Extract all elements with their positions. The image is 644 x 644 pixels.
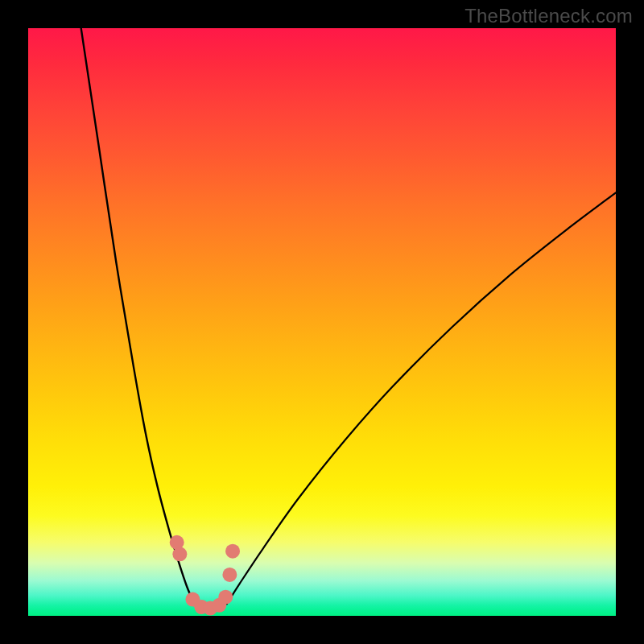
left-branch-curve xyxy=(81,28,195,604)
valley-markers-group xyxy=(170,535,240,616)
valley-marker xyxy=(222,568,237,582)
right-branch-curve xyxy=(227,192,616,604)
plot-area xyxy=(28,28,616,616)
curve-layer xyxy=(28,28,616,616)
valley-marker xyxy=(225,544,240,559)
valley-marker xyxy=(218,590,233,605)
watermark-text: TheBottleneck.com xyxy=(464,5,633,27)
chart-frame: TheBottleneck.com xyxy=(0,0,644,644)
valley-marker xyxy=(172,547,187,561)
